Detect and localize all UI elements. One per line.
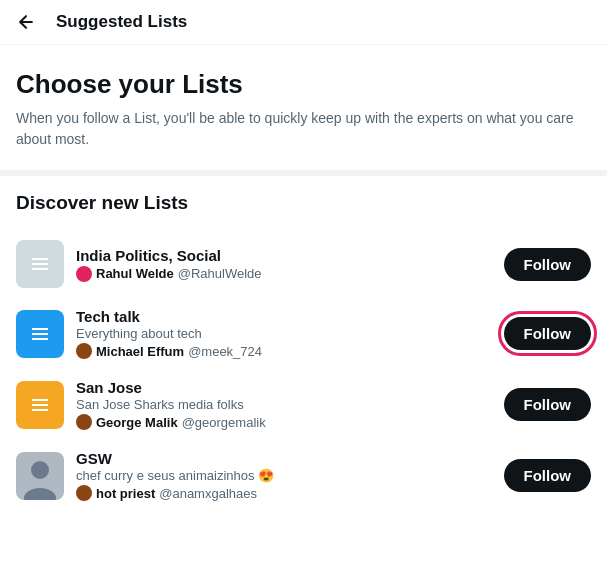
hero-title: Choose your Lists: [16, 69, 591, 100]
owner-avatar: [76, 343, 92, 359]
owner-handle: @RahulWelde: [178, 266, 262, 281]
svg-point-0: [31, 461, 49, 479]
owner-handle: @meek_724: [188, 344, 262, 359]
list-info-gsw: GSW chef curry e seus animaizinhos 😍 hot…: [76, 450, 492, 501]
follow-button-san-jose[interactable]: Follow: [504, 388, 592, 421]
list-info-tech-talk: Tech talk Everything about tech Michael …: [76, 308, 492, 359]
owner-handle: @anamxgalhaes: [159, 486, 257, 501]
hero-section: Choose your Lists When you follow a List…: [0, 45, 607, 176]
list-owner: Rahul Welde @RahulWelde: [76, 266, 492, 282]
owner-avatar: [76, 414, 92, 430]
list-item: Tech talk Everything about tech Michael …: [16, 298, 591, 369]
owner-handle: @georgemalik: [182, 415, 266, 430]
list-owner: hot priest @anamxgalhaes: [76, 485, 492, 501]
list-name: Tech talk: [76, 308, 492, 325]
owner-name: George Malik: [96, 415, 178, 430]
list-item: GSW chef curry e seus animaizinhos 😍 hot…: [16, 440, 591, 511]
follow-button-gsw[interactable]: Follow: [504, 459, 592, 492]
discover-title: Discover new Lists: [16, 192, 591, 214]
list-subtitle: Everything about tech: [76, 326, 492, 341]
list-icon-san-jose: [16, 381, 64, 429]
owner-avatar: [76, 266, 92, 282]
list-item: India Politics, Social Rahul Welde @Rahu…: [16, 230, 591, 298]
follow-button-tech-talk[interactable]: Follow: [504, 317, 592, 350]
list-subtitle: chef curry e seus animaizinhos 😍: [76, 468, 492, 483]
header: Suggested Lists: [0, 0, 607, 45]
list-icon-india-politics: [16, 240, 64, 288]
header-title: Suggested Lists: [56, 12, 187, 32]
list-icon-tech-talk: [16, 310, 64, 358]
list-item: San Jose San Jose Sharks media folks Geo…: [16, 369, 591, 440]
list-info-india-politics: India Politics, Social Rahul Welde @Rahu…: [76, 247, 492, 282]
list-icon-gsw: [16, 452, 64, 500]
owner-name: Rahul Welde: [96, 266, 174, 281]
owner-name: Michael Effum: [96, 344, 184, 359]
list-owner: George Malik @georgemalik: [76, 414, 492, 430]
list-name: India Politics, Social: [76, 247, 492, 264]
follow-button-india-politics[interactable]: Follow: [504, 248, 592, 281]
list-subtitle: San Jose Sharks media folks: [76, 397, 492, 412]
owner-name: hot priest: [96, 486, 155, 501]
list-info-san-jose: San Jose San Jose Sharks media folks Geo…: [76, 379, 492, 430]
list-name: GSW: [76, 450, 492, 467]
svg-point-1: [24, 488, 56, 500]
hero-description: When you follow a List, you'll be able t…: [16, 108, 591, 150]
list-name: San Jose: [76, 379, 492, 396]
list-owner: Michael Effum @meek_724: [76, 343, 492, 359]
owner-avatar: [76, 485, 92, 501]
discover-section: Discover new Lists India Politics, Socia…: [0, 176, 607, 511]
back-button[interactable]: [16, 12, 36, 32]
